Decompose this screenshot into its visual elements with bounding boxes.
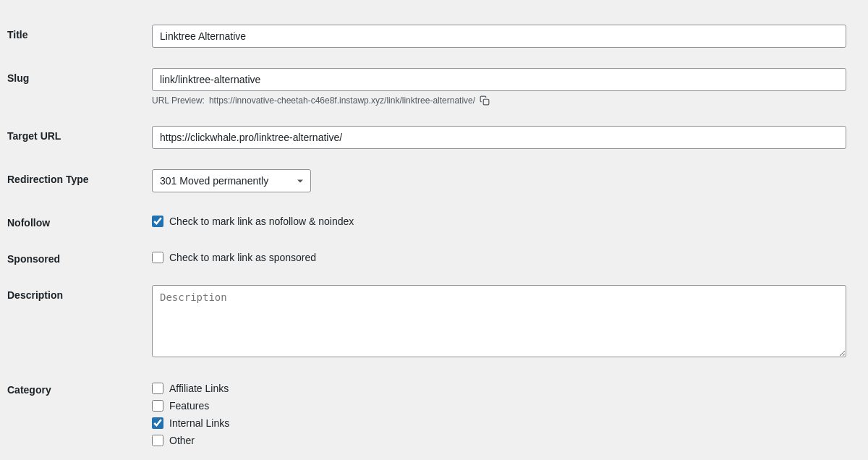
- category-other-checkbox[interactable]: [152, 435, 163, 446]
- category-other-label: Other: [169, 435, 195, 446]
- slug-row: Slug URL Preview: https://innovative-che…: [7, 58, 846, 116]
- nofollow-field: Check to mark link as nofollow & noindex: [152, 213, 846, 227]
- title-field: [152, 25, 846, 48]
- svg-rect-0: [483, 99, 489, 105]
- sponsored-checkbox[interactable]: [152, 252, 163, 263]
- title-row: Title: [7, 14, 846, 58]
- category-row: Category Affiliate Links Features Intern…: [7, 370, 846, 456]
- redirection-type-row: Redirection Type 301 Moved permanently 3…: [7, 159, 846, 203]
- sponsored-checkbox-row: Check to mark link as sponsored: [152, 249, 846, 263]
- target-url-field: [152, 126, 846, 149]
- category-internal-label: Internal Links: [169, 417, 229, 429]
- slug-label: Slug: [7, 68, 152, 84]
- category-list: Affiliate Links Features Internal Links …: [152, 380, 846, 446]
- nofollow-checkbox-label: Check to mark link as nofollow & noindex: [169, 216, 354, 227]
- category-affiliate-checkbox[interactable]: [152, 383, 163, 394]
- redirection-type-label: Redirection Type: [7, 169, 152, 185]
- url-preview-value: https://innovative-cheetah-c46e8f.instaw…: [209, 95, 475, 106]
- slug-field: URL Preview: https://innovative-cheetah-…: [152, 68, 846, 106]
- target-url-row: Target URL: [7, 116, 846, 159]
- list-item: Internal Links: [152, 417, 846, 429]
- description-label: Description: [7, 285, 152, 301]
- title-label: Title: [7, 25, 152, 41]
- category-field: Affiliate Links Features Internal Links …: [152, 380, 846, 446]
- url-preview-prefix: URL Preview:: [152, 95, 205, 106]
- category-features-checkbox[interactable]: [152, 400, 163, 412]
- target-url-input[interactable]: [152, 126, 846, 149]
- list-item: Features: [152, 400, 846, 412]
- nofollow-checkbox-row: Check to mark link as nofollow & noindex: [152, 213, 846, 227]
- copy-icon[interactable]: [480, 95, 490, 106]
- sponsored-checkbox-label: Check to mark link as sponsored: [169, 252, 316, 263]
- description-textarea[interactable]: [152, 285, 846, 357]
- category-label: Category: [7, 380, 152, 396]
- settings-form: Title Slug URL Preview: https://innovati…: [7, 14, 846, 456]
- description-row: Description: [7, 275, 846, 370]
- url-preview: URL Preview: https://innovative-cheetah-…: [152, 95, 846, 106]
- sponsored-row: Sponsored Check to mark link as sponsore…: [7, 239, 846, 275]
- list-item: Affiliate Links: [152, 383, 846, 394]
- list-item: Other: [152, 435, 846, 446]
- target-url-label: Target URL: [7, 126, 152, 142]
- slug-input[interactable]: [152, 68, 846, 91]
- redirection-type-select[interactable]: 301 Moved permanently 302 Found 307 Temp…: [152, 169, 311, 192]
- title-input[interactable]: [152, 25, 846, 48]
- sponsored-field: Check to mark link as sponsored: [152, 249, 846, 263]
- category-affiliate-label: Affiliate Links: [169, 383, 229, 394]
- category-features-label: Features: [169, 400, 209, 412]
- nofollow-checkbox[interactable]: [152, 216, 163, 227]
- sponsored-label: Sponsored: [7, 249, 152, 265]
- nofollow-row: Nofollow Check to mark link as nofollow …: [7, 203, 846, 239]
- description-field: [152, 285, 846, 359]
- category-internal-checkbox[interactable]: [152, 417, 163, 429]
- nofollow-label: Nofollow: [7, 213, 152, 229]
- redirection-type-field: 301 Moved permanently 302 Found 307 Temp…: [152, 169, 846, 192]
